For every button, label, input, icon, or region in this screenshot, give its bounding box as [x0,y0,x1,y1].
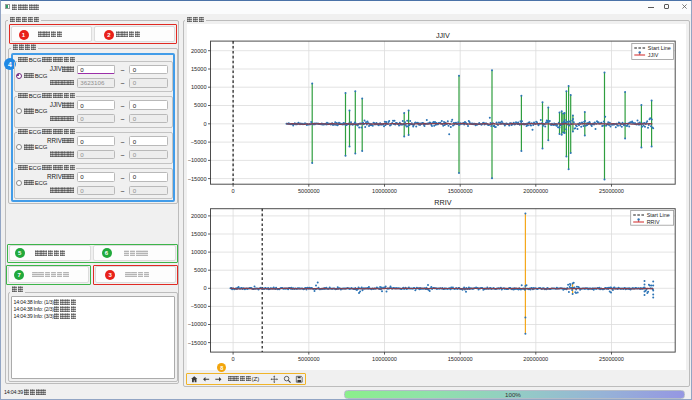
svg-text:5000000: 5000000 [298,356,320,362]
svg-text:−5000: −5000 [191,139,207,145]
svg-text:10000000: 10000000 [372,356,397,362]
svg-text:15000: 15000 [191,231,207,237]
svg-text:Start Line: Start Line [648,45,671,51]
svg-text:−15000: −15000 [188,340,207,346]
svg-text:0: 0 [232,356,235,362]
svg-text:10000: 10000 [191,249,207,255]
svg-text:−15000: −15000 [188,176,207,182]
svg-text:20000000: 20000000 [523,356,548,362]
svg-text:15000000: 15000000 [448,356,473,362]
svg-text:−10000: −10000 [188,158,207,164]
svg-text:25000000: 25000000 [599,356,624,362]
svg-text:JJIV: JJIV [436,31,450,40]
svg-text:Start Line: Start Line [647,212,670,218]
svg-text:5000: 5000 [194,103,206,109]
svg-text:−10000: −10000 [188,322,207,328]
svg-text:10000000: 10000000 [372,189,397,195]
svg-text:20000: 20000 [191,48,207,54]
svg-text:20000: 20000 [191,213,207,219]
svg-text:RRIV: RRIV [434,199,451,208]
svg-text:5000000: 5000000 [298,189,320,195]
svg-text:25000000: 25000000 [599,189,624,195]
svg-text:15000000: 15000000 [448,189,473,195]
svg-text:15000: 15000 [191,66,207,72]
svg-text:10000: 10000 [191,85,207,91]
svg-text:−5000: −5000 [191,304,207,310]
svg-text:0: 0 [232,189,235,195]
svg-text:20000000: 20000000 [523,189,548,195]
svg-text:0: 0 [203,121,206,127]
svg-text:5000: 5000 [194,268,206,274]
svg-text:0: 0 [203,286,206,292]
svg-text:JJIV: JJIV [648,52,659,58]
svg-text:RRIV: RRIV [647,219,660,225]
